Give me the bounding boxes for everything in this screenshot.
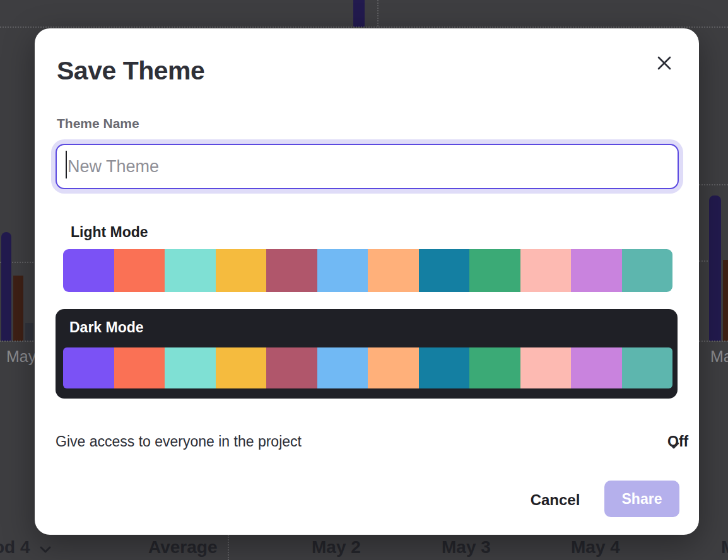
palette-swatch	[165, 249, 216, 292]
x-axis-label-left: May	[6, 347, 36, 366]
period-selector-label: od 4	[0, 537, 30, 557]
dark-mode-label: Dark Mode	[69, 319, 144, 336]
access-label: Give access to everyone in the project	[56, 433, 302, 450]
tab-partial-right: M	[721, 537, 728, 557]
chart-baseline	[0, 341, 36, 342]
palette-swatch	[114, 249, 165, 292]
period-selector[interactable]: od 4	[0, 537, 52, 559]
chart-gridline	[0, 26, 728, 28]
dark-mode-card: Dark Mode	[56, 309, 678, 399]
close-icon[interactable]	[654, 53, 675, 74]
light-mode-label: Light Mode	[71, 224, 148, 241]
palette-swatch	[317, 347, 368, 388]
save-theme-dialog: Save Theme Theme Name Light Mode Dark Mo…	[35, 28, 699, 535]
palette-swatch	[63, 249, 114, 292]
grid-separator	[377, 0, 379, 26]
tab-separator	[228, 535, 229, 560]
cancel-button[interactable]: Cancel	[514, 489, 596, 511]
palette-swatch	[622, 249, 673, 292]
theme-name-input[interactable]	[56, 144, 679, 189]
tab-may-3[interactable]: May 3	[442, 537, 491, 557]
tab-average[interactable]: Average	[148, 537, 217, 557]
x-axis-label-right: Ma	[710, 347, 728, 366]
chart-bar	[1, 232, 11, 341]
palette-swatch	[317, 249, 368, 292]
theme-name-label: Theme Name	[57, 116, 139, 131]
palette-swatch	[368, 347, 419, 388]
light-mode-palette[interactable]	[63, 249, 672, 292]
chart-baseline	[699, 341, 728, 342]
dialog-title: Save Theme	[57, 56, 204, 86]
tab-may-4[interactable]: May 4	[571, 537, 620, 557]
chart-bar	[13, 276, 23, 341]
chart-gridline	[699, 260, 708, 262]
palette-swatch	[368, 249, 419, 292]
palette-swatch	[520, 249, 572, 292]
dark-mode-palette[interactable]	[63, 347, 672, 388]
palette-swatch	[266, 249, 317, 292]
chart-gridline	[699, 184, 728, 185]
palette-swatch	[571, 249, 622, 292]
tab-may-2[interactable]: May 2	[312, 537, 361, 557]
palette-swatch	[266, 347, 317, 388]
share-button[interactable]: Share	[604, 481, 679, 517]
access-row: Give access to everyone in the project O…	[56, 429, 667, 454]
palette-swatch	[165, 347, 216, 388]
text-caret	[66, 151, 67, 178]
chart-bar	[353, 0, 365, 27]
palette-swatch	[622, 347, 673, 388]
palette-swatch	[520, 347, 572, 388]
palette-swatch	[419, 347, 470, 388]
palette-swatch	[63, 347, 114, 388]
palette-swatch	[571, 347, 622, 388]
palette-swatch	[114, 347, 165, 388]
palette-swatch	[216, 347, 267, 388]
palette-swatch	[419, 249, 470, 292]
chevron-down-icon	[39, 539, 52, 559]
palette-swatch	[216, 249, 267, 292]
chart-bar	[25, 323, 33, 341]
palette-swatch	[469, 347, 520, 388]
chart-bar	[709, 195, 721, 341]
chart-bar	[723, 260, 728, 341]
palette-swatch	[469, 249, 520, 292]
